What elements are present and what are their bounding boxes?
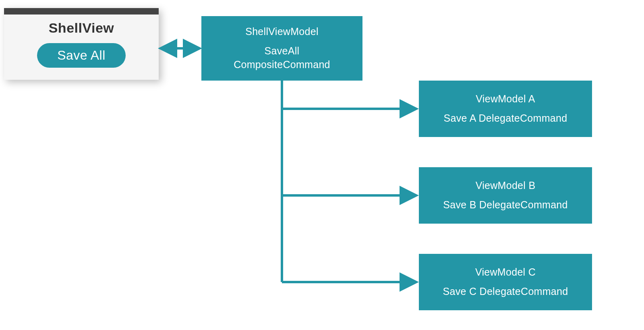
shell-view-model-line1: SaveAll	[265, 44, 300, 58]
shellview-window: ShellView Save All	[4, 8, 159, 80]
view-model-c-title: ViewModel C	[475, 266, 536, 279]
view-model-a-box: ViewModel A Save A DelegateCommand	[419, 81, 592, 137]
view-model-a-title: ViewModel A	[476, 92, 535, 106]
view-model-b-box: ViewModel B Save B DelegateCommand	[419, 167, 592, 224]
shell-view-model-box: ShellViewModel SaveAll CompositeCommand	[201, 16, 362, 81]
view-model-c-box: ViewModel C Save C DelegateCommand	[419, 254, 592, 310]
window-titlebar	[4, 8, 159, 15]
save-all-button[interactable]: Save All	[37, 43, 126, 68]
shellview-title: ShellView	[12, 20, 151, 36]
view-model-b-command: Save B DelegateCommand	[443, 198, 568, 212]
shell-view-model-line2: CompositeCommand	[234, 58, 330, 72]
view-model-c-command: Save C DelegateCommand	[443, 285, 568, 299]
shellview-body: ShellView Save All	[4, 15, 159, 80]
view-model-b-title: ViewModel B	[476, 179, 536, 193]
view-model-a-command: Save A DelegateCommand	[444, 112, 567, 125]
shell-view-model-title: ShellViewModel	[245, 25, 319, 39]
